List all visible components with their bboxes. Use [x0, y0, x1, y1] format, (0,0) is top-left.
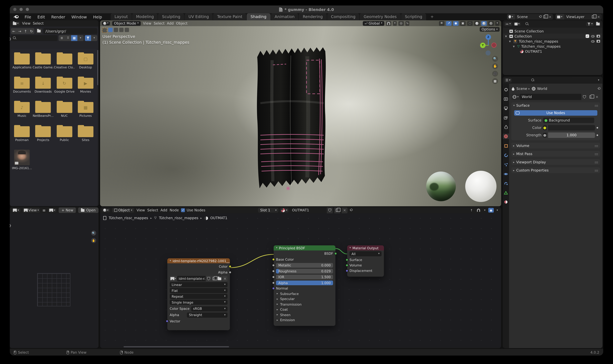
custom-properties-panel[interactable]: ▾Custom Properties [511, 167, 600, 173]
viewport-add-menu[interactable]: Add [167, 21, 174, 25]
base-color-input-socket[interactable] [272, 258, 275, 261]
material-name-field[interactable]: OUTMAT1 [290, 207, 325, 213]
viewport-object-menu[interactable]: Object [176, 21, 187, 25]
image-name-field[interactable]: idml-template-r... [177, 276, 206, 281]
go-to-parent-nodetree-button[interactable]: ↑ [469, 208, 474, 213]
animate-color-dot[interactable] [597, 127, 598, 129]
properties-search-input[interactable] [529, 78, 572, 83]
file-browser-select-menu[interactable]: Select [33, 22, 44, 26]
outliner-row-material[interactable]: OUTMAT1 [503, 49, 602, 54]
menu-edit[interactable]: Edit [34, 15, 48, 19]
shader-add-menu[interactable]: Add [160, 208, 167, 212]
outliner-row-collection[interactable]: ▼ Collection ✓ [503, 34, 602, 39]
file-search-input[interactable] [11, 35, 58, 41]
tab-modeling[interactable]: Modeling [132, 13, 158, 20]
editor-type-button[interactable]: ▾ [12, 208, 20, 212]
copy-image-button[interactable] [212, 276, 217, 281]
alpha-slider[interactable]: Alpha 1.000 [276, 280, 333, 285]
gizmo-z-axis[interactable]: Z [485, 34, 491, 40]
viewlayer-selector[interactable]: ▾ ViewLayer × [556, 14, 602, 20]
hide-viewport-icon[interactable] [591, 40, 595, 42]
volume-panel[interactable]: ▾Volume [511, 143, 600, 148]
new-collection-button[interactable] [595, 22, 601, 26]
shading-material-preview-button[interactable] [481, 21, 487, 26]
shader-view-menu[interactable]: View [136, 208, 145, 212]
zoom-window-button[interactable] [26, 8, 29, 11]
shading-solid-button[interactable] [474, 21, 480, 26]
projection-select[interactable]: Flat▾ [170, 288, 227, 293]
proportional-editing-button[interactable]: ◎ [399, 21, 404, 26]
tab-constraints[interactable] [503, 181, 509, 186]
color-output-socket[interactable] [229, 265, 231, 268]
panel-grip[interactable] [595, 104, 598, 106]
menu-render[interactable]: Render [48, 15, 68, 19]
transform-orientation-dropdown[interactable]: ⤾Global▾ [363, 21, 384, 26]
3d-viewport[interactable]: ▾ Object Mode▾ View Select Add Object ⤾G… [100, 20, 501, 206]
file-browser-view-menu[interactable]: View [22, 22, 30, 26]
folder-google-drive[interactable]: ↻Google Drive [54, 76, 75, 100]
tab-geometry-nodes[interactable]: Geometry Nodes [360, 13, 400, 20]
surface-panel-header[interactable]: ▾Surface [513, 103, 598, 108]
animate-strength-dot[interactable] [597, 134, 598, 136]
outliner-row-scene-collection[interactable]: Scene Collection [503, 28, 602, 34]
transmission-section[interactable]: ▾Transmission [274, 302, 335, 307]
outliner-row-mesh[interactable]: ▼ ▽ Tütchen_rissc_mappes [503, 44, 602, 49]
file-browser-scrollbar[interactable] [97, 50, 98, 85]
fake-user-button[interactable] [206, 276, 211, 281]
gizmo-x-axis[interactable] [492, 43, 496, 48]
tab-rendering[interactable]: Rendering [299, 13, 327, 20]
pin-icon[interactable] [349, 209, 352, 212]
add-workspace-button[interactable]: + [426, 13, 438, 20]
folder-applications[interactable]: Applications [11, 52, 33, 76]
copy-icon[interactable] [544, 15, 546, 18]
tab-animation[interactable]: Animation [271, 13, 298, 20]
editor-type-button[interactable]: ▾ [102, 21, 110, 25]
show-overlays-button[interactable]: ◉ [453, 21, 459, 26]
filter-settings-dropdown[interactable]: ▾ [91, 35, 97, 41]
path-field[interactable]: /Users/grgr/ [43, 28, 97, 34]
displacement-input-socket[interactable] [346, 269, 348, 272]
new-image-button[interactable]: + New [59, 208, 76, 213]
orthographic-toggle-button[interactable]: ▦ [492, 78, 498, 84]
alpha-output-socket[interactable] [229, 271, 231, 273]
refresh-button[interactable]: ↻ [28, 28, 34, 34]
editor-type-button[interactable]: ▾ [102, 208, 110, 212]
principled-bsdf-node[interactable]: ▾Principled BSDF BSDF Base Color Metalli… [274, 245, 335, 326]
vector-input-socket[interactable] [166, 320, 169, 322]
copy-material-button[interactable] [334, 207, 340, 213]
color-socket-icon[interactable] [543, 125, 546, 130]
color-swatch-field[interactable] [548, 125, 595, 130]
slot-dropdown[interactable]: Slot 1▾ [258, 208, 279, 213]
folder-music[interactable]: ♪Music [11, 100, 33, 125]
options-dropdown[interactable]: Options▾ [480, 27, 500, 32]
tool-mode-button[interactable] [114, 28, 118, 32]
world-name-field[interactable]: World [520, 94, 581, 100]
tab-render[interactable] [503, 96, 509, 102]
fake-user-button[interactable] [581, 94, 588, 100]
gizmo-y-axis[interactable]: Y [480, 43, 485, 48]
folder-castle-game[interactable]: Castle Game... [32, 52, 54, 76]
folder-documents[interactable]: ≡Documents [11, 76, 33, 100]
tab-physics[interactable] [503, 171, 509, 177]
outliner-row-object[interactable]: ▼ ▼ Tütchen_rissc_mappes [503, 39, 602, 44]
browse-image-button[interactable]: ▾ [48, 208, 56, 212]
hide-viewport-icon[interactable] [591, 35, 595, 37]
unlink-datablock-button[interactable]: × [594, 94, 600, 100]
bsdf-output-socket[interactable] [334, 252, 337, 255]
folder-desktop[interactable]: ▢Desktop [75, 52, 96, 76]
disable-render-icon[interactable] [597, 40, 600, 43]
disable-render-icon[interactable] [597, 35, 600, 38]
copy-datablock-button[interactable] [587, 94, 594, 100]
pin-id-icon[interactable] [597, 87, 600, 90]
viewport-view-menu[interactable]: View [143, 21, 151, 25]
strength-socket-icon[interactable] [543, 133, 546, 138]
zoom-2d-button[interactable]: 🔍 [91, 231, 96, 235]
breadcrumb-world[interactable]: World [537, 87, 547, 91]
viewlayer-browse-icon[interactable]: ▾ [556, 14, 564, 20]
tab-output[interactable] [503, 105, 509, 111]
pan-2d-button[interactable]: ✋ [91, 238, 96, 243]
horizontal-list-button[interactable]: ⠿ [65, 35, 71, 41]
active-tool-select-box-icon[interactable] [102, 28, 107, 33]
open-image-button[interactable] [217, 276, 222, 281]
unlink-icon[interactable]: × [549, 15, 552, 19]
